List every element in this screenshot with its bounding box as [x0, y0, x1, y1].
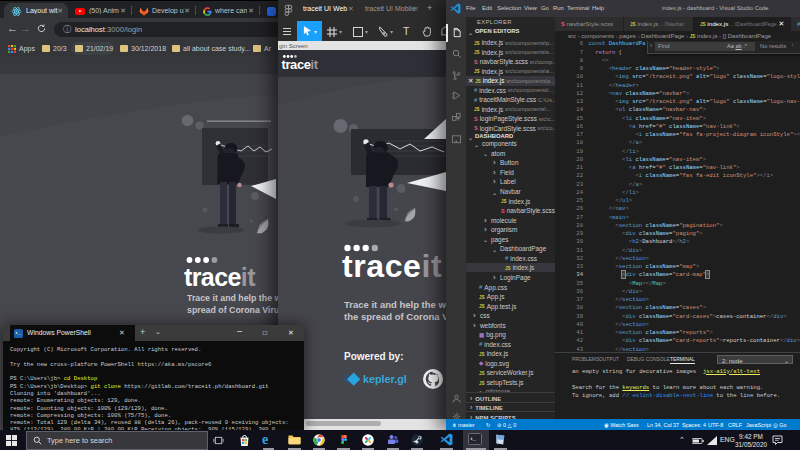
svg-text:traceit: traceit	[282, 57, 319, 72]
svg-text:kepler.gl: kepler.gl	[363, 373, 407, 385]
